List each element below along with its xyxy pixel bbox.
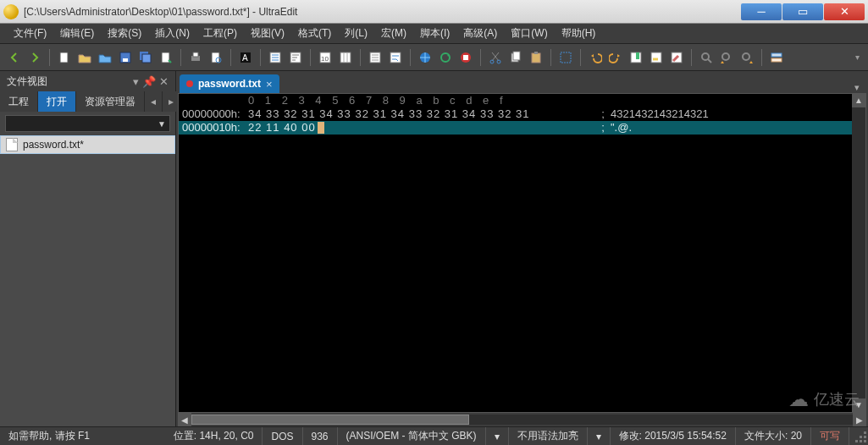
editor-tab[interactable]: password.txt × [180, 74, 279, 93]
window-maximize-button[interactable]: ▭ [782, 3, 823, 20]
replace-icon[interactable] [767, 48, 786, 67]
status-syntax-dropdown-icon[interactable]: ▾ [588, 427, 611, 445]
list-icon[interactable] [266, 48, 285, 67]
find-prev-icon[interactable] [717, 48, 736, 67]
horizontal-scrollbar[interactable]: ◀ ▶ [178, 413, 866, 426]
separator [691, 49, 692, 66]
status-readwrite[interactable]: 可写 [811, 427, 849, 445]
svg-rect-7 [193, 52, 198, 57]
scroll-left-icon[interactable]: ◀ [178, 413, 191, 426]
redo-icon[interactable] [606, 48, 625, 67]
menu-script[interactable]: 脚本(I) [413, 25, 456, 42]
undo-icon[interactable] [586, 48, 605, 67]
hex-row[interactable]: 00000010h: 22 11 40 00 ; ".@. [179, 121, 865, 135]
resize-grip[interactable] [853, 429, 868, 444]
scroll-track[interactable] [191, 415, 853, 425]
text-cursor [318, 122, 324, 134]
show-spaces-icon[interactable] [366, 48, 384, 67]
sidebar-tab-scroll-left[interactable]: ◂ [145, 91, 163, 112]
hex-ruler: 0 1 2 3 4 5 6 7 8 9 a b c d e f [179, 94, 865, 107]
highlight-icon[interactable] [647, 48, 666, 67]
sidebar-tab-project[interactable]: 工程 [0, 91, 38, 112]
sidebar-tabs: 工程 打开 资源管理器 ◂ ▸ [0, 91, 175, 112]
scroll-track[interactable] [852, 107, 865, 398]
refresh-icon[interactable] [436, 48, 455, 67]
menu-view[interactable]: 视图(V) [244, 25, 291, 42]
open-file-icon[interactable] [75, 48, 94, 67]
browse-icon[interactable] [96, 48, 114, 67]
sort-icon[interactable] [286, 48, 305, 67]
stop-icon[interactable] [456, 48, 475, 67]
scroll-up-icon[interactable]: ▲ [852, 94, 865, 107]
sidebar-tab-explorer[interactable]: 资源管理器 [76, 91, 145, 112]
cut-icon[interactable] [486, 48, 505, 67]
hex-row[interactable]: 00000000h: 34 33 32 31 34 33 32 31 34 33… [179, 107, 865, 121]
toolbar-overflow-icon[interactable]: ▾ [852, 52, 863, 62]
scroll-right-icon[interactable]: ▶ [853, 413, 866, 426]
menu-project[interactable]: 工程(P) [196, 25, 244, 42]
save-icon[interactable] [116, 48, 135, 67]
hex-icon[interactable]: 10 [316, 48, 334, 67]
print-icon[interactable] [186, 48, 205, 67]
status-codepage: 936 [303, 427, 338, 445]
scroll-down-icon[interactable]: ▼ [852, 398, 865, 412]
word-wrap-icon[interactable] [386, 48, 405, 67]
status-syntax[interactable]: 不用语法加亮 [509, 427, 588, 445]
select-all-icon[interactable] [556, 48, 575, 67]
menu-macro[interactable]: 宏(M) [374, 25, 413, 42]
menu-column[interactable]: 列(L) [338, 25, 374, 42]
sidebar-close-icon[interactable]: ✕ [159, 75, 169, 88]
svg-rect-29 [561, 52, 571, 63]
find-next-icon[interactable] [738, 48, 756, 67]
revert-icon[interactable] [157, 48, 175, 67]
svg-rect-2 [123, 58, 128, 62]
svg-point-35 [722, 53, 729, 60]
menu-window[interactable]: 窗口(W) [504, 25, 554, 42]
bookmark-icon[interactable] [627, 48, 645, 67]
new-file-icon[interactable] [55, 48, 74, 67]
menu-edit[interactable]: 编辑(E) [53, 25, 101, 42]
sidebar-filter-dropdown[interactable]: ▼ [5, 115, 170, 132]
scroll-thumb[interactable] [191, 415, 469, 425]
eraser-icon[interactable] [667, 48, 686, 67]
hex-ascii[interactable]: 4321432143214321 [611, 107, 709, 121]
sidebar-tab-open[interactable]: 打开 [38, 91, 76, 112]
window-minimize-button[interactable]: ─ [741, 3, 782, 20]
menu-format[interactable]: 格式(T) [291, 25, 338, 42]
separator [550, 49, 551, 66]
menu-search[interactable]: 搜索(S) [101, 25, 148, 42]
hex-bytes[interactable]: 22 11 40 00 [248, 121, 595, 135]
window-close-button[interactable]: ✕ [824, 3, 865, 20]
menu-insert[interactable]: 插入(N) [148, 25, 196, 42]
copy-icon[interactable] [506, 48, 525, 67]
menu-file[interactable]: 文件(F) [7, 25, 53, 42]
hex-ascii[interactable]: ".@. [611, 121, 632, 135]
hex-editor[interactable]: 0 1 2 3 4 5 6 7 8 9 a b c d e f 00000000… [178, 93, 866, 413]
find-icon[interactable] [697, 48, 716, 67]
hex-bytes[interactable]: 34 33 32 31 34 33 32 31 34 33 32 31 34 3… [248, 107, 595, 121]
status-encoding[interactable]: (ANSI/OEM - 简体中文 GBK) [338, 427, 486, 445]
print-preview-icon[interactable] [207, 48, 225, 67]
paste-icon[interactable] [527, 48, 545, 67]
status-encoding-dropdown-icon[interactable]: ▾ [486, 427, 509, 445]
nav-back-icon[interactable] [5, 48, 24, 67]
sidebar-title-label: 文件视图 [7, 74, 47, 89]
sidebar-dropdown-icon[interactable]: ▾ [133, 75, 139, 88]
sidebar-file-item[interactable]: password.txt* [0, 135, 175, 154]
sidebar-pin-icon[interactable]: 📌 [142, 75, 156, 88]
menu-advanced[interactable]: 高级(A) [456, 25, 504, 42]
font-icon[interactable]: A [236, 48, 255, 67]
web-icon[interactable] [416, 48, 434, 67]
tabstrip-overflow-icon[interactable]: ▾ [849, 82, 865, 93]
nav-forward-icon[interactable] [25, 48, 44, 67]
column-mode-icon[interactable] [336, 48, 355, 67]
hex-address: 00000010h: [179, 121, 248, 135]
vertical-scrollbar[interactable]: ▲ ▼ [852, 94, 865, 412]
svg-rect-0 [60, 52, 68, 63]
save-all-icon[interactable] [136, 48, 155, 67]
editor-tab-close-icon[interactable]: × [266, 78, 273, 91]
sidebar-file-label: password.txt* [23, 139, 84, 151]
svg-rect-32 [651, 52, 661, 63]
menu-help[interactable]: 帮助(H) [555, 25, 603, 42]
status-line-ending[interactable]: DOS [263, 427, 302, 445]
